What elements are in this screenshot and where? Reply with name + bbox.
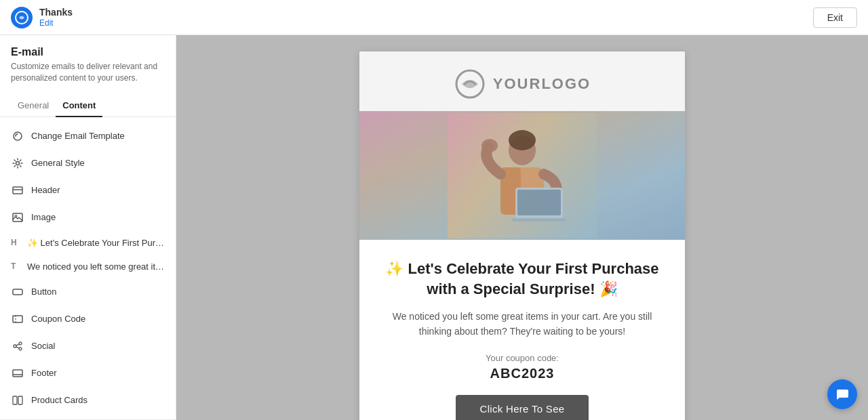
sidebar-item-label: Header: [31, 185, 60, 195]
sidebar-item-label: We noticed you left some great items in …: [27, 261, 165, 272]
svg-point-2: [16, 161, 20, 165]
sidebar-item-button[interactable]: Button: [0, 278, 176, 306]
sidebar-main-title: E-mail: [11, 46, 165, 58]
logo-icon: [454, 68, 486, 100]
svg-rect-27: [512, 218, 566, 222]
sidebar-item-label: Product Cards: [31, 395, 87, 405]
sidebar-item-label: Coupon Code: [31, 314, 85, 324]
svg-point-11: [14, 345, 16, 348]
sidebar-header: E-mail Customize emails to deliver relev…: [0, 35, 176, 95]
circle-icon: [11, 129, 24, 143]
svg-line-14: [16, 346, 19, 348]
heading-prefix: H: [11, 238, 20, 247]
svg-point-1: [14, 132, 22, 140]
svg-rect-15: [13, 370, 22, 377]
svg-rect-3: [13, 187, 22, 194]
sidebar-item-image[interactable]: Image: [0, 204, 176, 231]
sidebar-item-label: General Style: [31, 158, 85, 168]
email-headline: ✨ Let's Celebrate Your First Purchase wi…: [381, 259, 663, 299]
coupon-code-value: ABC2023: [381, 366, 663, 381]
tab-general[interactable]: General: [11, 95, 56, 117]
sidebar-item-heading[interactable]: H ✨ Let's Celebrate Your First Purchasew…: [0, 231, 176, 255]
sidebar-item-header[interactable]: Header: [0, 177, 176, 204]
sidebar-items-list: Change Email Template General Style Head…: [0, 117, 176, 419]
footer-icon: [11, 366, 24, 380]
sidebar-tabs: General Content: [0, 95, 176, 117]
chat-icon: [835, 387, 850, 402]
topbar-title-group: Thanks Edit: [39, 7, 73, 28]
email-subtext: We noticed you left some great items in …: [381, 310, 663, 339]
sidebar: E-mail Customize emails to deliver relev…: [0, 35, 176, 420]
button-icon: [11, 285, 24, 299]
cta-button[interactable]: Click Here To See: [456, 395, 589, 420]
product-cards-icon: [11, 394, 24, 407]
tab-content[interactable]: Content: [56, 95, 102, 117]
svg-point-12: [19, 348, 22, 350]
main-layout: E-mail Customize emails to deliver relev…: [0, 35, 868, 420]
topbar: Thanks Edit Exit: [0, 0, 868, 35]
sidebar-description: Customize emails to deliver relevant and…: [11, 61, 165, 84]
svg-rect-17: [13, 396, 17, 404]
sidebar-item-change-email-template[interactable]: Change Email Template: [0, 123, 176, 150]
svg-rect-26: [517, 190, 561, 215]
svg-line-13: [16, 343, 19, 345]
cta-button-wrapper: Click Here To See: [381, 395, 663, 420]
sidebar-item-footer[interactable]: Footer: [0, 360, 176, 387]
exit-button[interactable]: Exit: [813, 7, 857, 28]
svg-rect-8: [13, 316, 22, 322]
sidebar-item-social[interactable]: Social: [0, 333, 176, 360]
sidebar-item-coupon-code[interactable]: Coupon Code: [0, 306, 176, 333]
coupon-label: Your coupon code:: [381, 353, 663, 363]
sidebar-item-label: Button: [31, 287, 57, 297]
svg-point-22: [509, 130, 536, 150]
svg-point-10: [19, 342, 22, 345]
sidebar-item-label: ✨ Let's Celebrate Your First Purchasewit…: [27, 238, 165, 248]
topbar-left: Thanks Edit: [11, 7, 73, 28]
header-rect-icon: [11, 184, 24, 197]
sidebar-item-label: Social: [31, 341, 55, 351]
coupon-icon: [11, 312, 24, 326]
coupon-section: Your coupon code: ABC2023: [381, 353, 663, 381]
chat-bubble-button[interactable]: [827, 379, 857, 409]
text-prefix: T: [11, 261, 20, 271]
email-preview: YOURLOGO: [359, 51, 685, 420]
sidebar-item-general-style[interactable]: General Style: [0, 150, 176, 177]
svg-point-28: [481, 139, 498, 152]
content-area: YOURLOGO: [176, 35, 868, 420]
hero-person-illustration: [359, 111, 685, 240]
social-icon: [11, 339, 24, 353]
email-hero-image: [359, 111, 685, 240]
sidebar-item-label: Footer: [31, 368, 57, 378]
sidebar-item-text[interactable]: T We noticed you left some great items i…: [0, 255, 176, 278]
email-body: ✨ Let's Celebrate Your First Purchase wi…: [359, 240, 685, 420]
email-logo-section: YOURLOGO: [359, 51, 685, 111]
logo-text: YOURLOGO: [493, 75, 591, 93]
image-icon: [11, 211, 24, 224]
sidebar-item-label: Image: [31, 212, 56, 222]
svg-rect-7: [13, 289, 22, 295]
app-icon: [11, 7, 33, 28]
sidebar-item-label: Change Email Template: [31, 131, 125, 141]
topbar-edit-link[interactable]: Edit: [39, 18, 73, 28]
topbar-title: Thanks: [39, 7, 73, 18]
sidebar-item-product-cards[interactable]: Product Cards: [0, 387, 176, 414]
gear-icon: [11, 156, 24, 170]
svg-rect-18: [18, 396, 22, 404]
